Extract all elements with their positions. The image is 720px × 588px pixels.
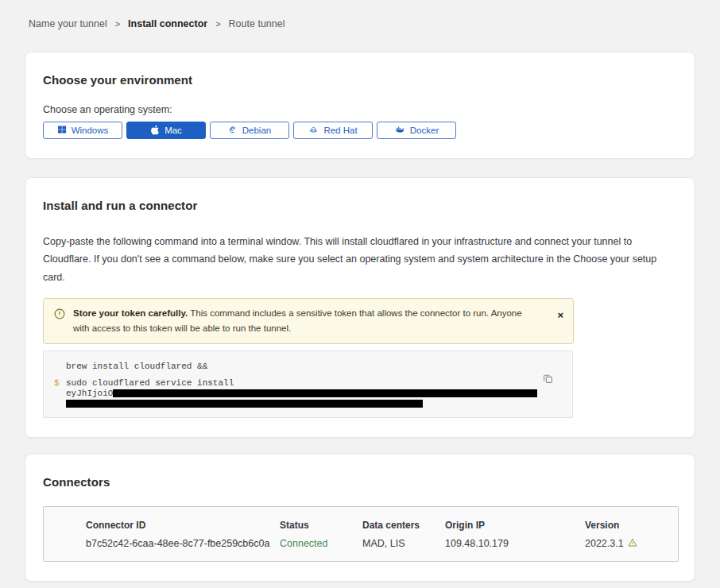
- breadcrumb-step-route-tunnel[interactable]: Route tunnel: [229, 18, 285, 29]
- code-text: brew install cloudflared &&: [66, 362, 207, 372]
- os-select-label: Choose an operating system:: [43, 104, 677, 115]
- copy-icon[interactable]: [543, 373, 553, 386]
- column-connector-id: Connector ID: [86, 520, 280, 531]
- os-button-label: Mac: [165, 126, 182, 135]
- close-icon[interactable]: ×: [557, 310, 563, 320]
- install-connector-description: Copy-paste the following command into a …: [43, 233, 677, 286]
- breadcrumb-step-name-tunnel[interactable]: Name your tunnel: [29, 18, 107, 29]
- redhat-icon: [308, 125, 319, 136]
- debian-icon: [228, 125, 238, 136]
- breadcrumb: Name your tunnel > Install connector > R…: [0, 0, 720, 29]
- os-button-group: Windows Mac Debian Red Hat Docker: [43, 122, 677, 139]
- connectors-title: Connectors: [43, 475, 677, 489]
- code-line-redacted: [54, 399, 540, 408]
- column-data-centers: Data centers: [362, 520, 445, 531]
- warning-triangle-icon: [628, 538, 637, 550]
- os-button-docker[interactable]: Docker: [377, 122, 456, 139]
- code-line-1: brew install cloudflared &&: [54, 362, 540, 372]
- origin-ip-value: 109.48.10.179: [445, 538, 585, 550]
- code-text: sudo cloudflared service install: [66, 378, 234, 389]
- connector-id-value: b7c52c42-6caa-48ee-8c77-fbe259cb6c0a: [86, 538, 280, 550]
- os-button-label: Debian: [242, 126, 271, 135]
- token-warning-text: Store your token carefully. This command…: [73, 306, 563, 336]
- breadcrumb-separator: >: [115, 19, 120, 29]
- redaction-bar: [113, 389, 537, 397]
- column-origin-ip: Origin IP: [445, 520, 585, 531]
- docker-icon: [394, 125, 405, 136]
- os-button-label: Red Hat: [323, 126, 357, 135]
- table-row: b7c52c42-6caa-48ee-8c77-fbe259cb6c0a Con…: [86, 538, 678, 550]
- code-line-2: $ sudo cloudflared service install: [54, 378, 540, 389]
- connectors-table-header: Connector ID Status Data centers Origin …: [86, 520, 678, 531]
- alert-circle-icon: [54, 308, 65, 323]
- os-button-windows[interactable]: Windows: [43, 122, 122, 139]
- os-button-redhat[interactable]: Red Hat: [293, 122, 373, 139]
- token-warning-title: Store your token carefully.: [73, 308, 188, 318]
- redaction-bar: [66, 400, 423, 408]
- install-command-code-block: brew install cloudflared && $ sudo cloud…: [43, 350, 573, 418]
- token-prefix-text: eyJhIjoiO: [66, 389, 113, 399]
- column-status: Status: [280, 520, 362, 531]
- windows-icon: [57, 125, 67, 136]
- breadcrumb-separator: >: [215, 19, 220, 29]
- breadcrumb-step-install-connector[interactable]: Install connector: [128, 18, 207, 29]
- connectors-card: Connectors Connector ID Status Data cent…: [25, 454, 695, 582]
- os-button-debian[interactable]: Debian: [210, 122, 289, 139]
- code-line-token: eyJhIjoiO: [54, 389, 540, 399]
- connectors-table: Connector ID Status Data centers Origin …: [43, 506, 679, 562]
- install-connector-title: Install and run a connector: [43, 199, 677, 212]
- os-button-label: Docker: [410, 126, 439, 135]
- choose-environment-card: Choose your environment Choose an operat…: [25, 52, 695, 159]
- os-button-label: Windows: [72, 126, 109, 135]
- column-version: Version: [585, 520, 678, 531]
- version-value: 2022.3.1: [585, 538, 678, 550]
- os-button-mac[interactable]: Mac: [126, 122, 206, 139]
- apple-icon: [150, 125, 160, 137]
- install-connector-card: Install and run a connector Copy-paste t…: [25, 177, 695, 438]
- data-centers-value: MAD, LIS: [362, 538, 445, 550]
- shell-prompt: $: [54, 378, 66, 389]
- status-badge: Connected: [280, 538, 362, 550]
- choose-environment-title: Choose your environment: [43, 73, 677, 87]
- token-warning-banner: Store your token carefully. This command…: [43, 298, 574, 344]
